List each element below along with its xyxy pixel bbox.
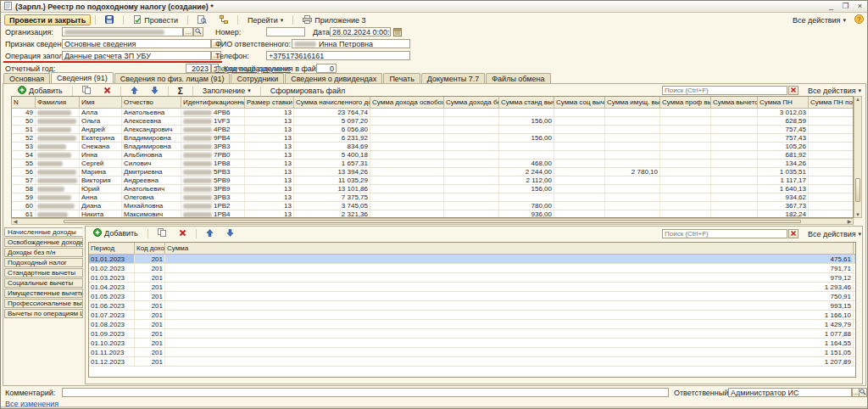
generate-file-button[interactable]: Сформировать файл <box>265 86 351 97</box>
restore-button[interactable]: ❐ <box>840 2 851 11</box>
main-delete-button[interactable] <box>98 86 116 97</box>
column-header[interactable]: Период <box>89 243 135 254</box>
responsible-fio-field[interactable]: Инна Петровна <box>292 39 410 48</box>
table-row[interactable]: 59АннаОлеговна3PB3137 375,75934,62 <box>12 193 853 202</box>
main-add-button[interactable]: Добавить <box>13 86 68 97</box>
phone-field[interactable]: +375173616161 <box>266 51 410 60</box>
main-search-clear-button[interactable] <box>788 86 798 95</box>
responsible-field[interactable]: Администратор ИС <box>728 388 852 397</box>
section-button-8[interactable]: Вычеты по операциям ЦБ <box>4 309 83 318</box>
tab-1[interactable]: Сведения (91) <box>51 72 114 83</box>
main-hscrollbar[interactable]: ◀ ▶ <box>11 218 854 225</box>
section-button-2[interactable]: Доходы без п/н <box>4 248 83 257</box>
income-delete-button[interactable] <box>174 228 192 239</box>
info-kind-field[interactable]: Основные сведения <box>62 39 211 48</box>
income-add-button[interactable]: Добавить <box>88 228 143 239</box>
column-header[interactable]: Сумма имущ. вычетов <box>605 97 660 108</box>
table-row[interactable]: 61НикитаМаксимович1PB4132 321,36936,0018… <box>12 210 853 218</box>
income-row[interactable]: 01.04.20232011 293,46 <box>89 283 855 292</box>
responsible-open-button[interactable] <box>859 388 867 397</box>
scroll-thumb[interactable] <box>64 220 801 223</box>
employees-grid[interactable]: NФамилияИмяОтчествоИдентификационный ном… <box>11 96 854 218</box>
column-header[interactable]: Сумма начисленного дохода <box>294 97 370 108</box>
fill-operation-field[interactable]: Данные расчета ЗП УБУ <box>62 51 211 60</box>
table-row[interactable]: 49АллаАнатольевна4PB61323 764,743 012,03 <box>12 109 853 117</box>
column-header[interactable]: Отчество <box>122 97 181 108</box>
main-search-input[interactable] <box>665 87 785 94</box>
scroll-left-icon[interactable]: ◀ <box>12 219 19 224</box>
income-move-down-button[interactable] <box>221 228 239 239</box>
column-header[interactable]: Сумма дохода без ПН <box>444 97 499 108</box>
close-button[interactable]: × <box>854 2 865 11</box>
income-row[interactable]: 01.11.20232011 151,05 <box>89 348 855 357</box>
table-row[interactable]: 52ЕкатеринаВладимировна9PB4136 231,92156… <box>12 134 853 143</box>
section-button-3[interactable]: Подоходный налог <box>4 258 83 267</box>
section-button-0[interactable]: Начисленные доходы <box>4 227 83 237</box>
income-grid[interactable]: ПериодКод доходаСумма01.01.2023201475,61… <box>88 242 856 378</box>
table-row[interactable]: 50ОльгаАлексеевна1VF3135 097,20156,00628… <box>12 117 853 126</box>
main-copy-button[interactable] <box>77 86 96 97</box>
post-button[interactable]: Провести <box>128 14 183 25</box>
table-row[interactable]: 54ИннаАльбиновна7PB0135 400,18681,92 <box>12 151 853 160</box>
main-move-up-button[interactable] <box>125 86 143 97</box>
tab-5[interactable]: Печать <box>383 73 420 83</box>
column-header[interactable]: Сумма станд вычетов <box>499 97 554 108</box>
tab-3[interactable]: Сотрудники <box>231 73 284 83</box>
column-header[interactable]: Размер ставки ПН <box>245 97 294 108</box>
table-row[interactable]: 51АндрейАлександрович4PB2136 056,80757,4… <box>12 126 853 134</box>
date-field[interactable]: 28.02.2024 0:00:00 <box>330 27 391 36</box>
main-sum-button[interactable]: Σ <box>173 86 188 97</box>
section-button-1[interactable]: Освобожденные доходы <box>4 238 83 247</box>
income-search-input[interactable] <box>665 230 785 238</box>
number-field[interactable] <box>266 27 305 36</box>
save-button[interactable] <box>100 14 119 25</box>
tab-2[interactable]: Сведения по физ. лицам (91) <box>114 73 231 83</box>
table-row[interactable]: 53СнежанаВладимировна3PB313834,69105,26 <box>12 143 853 151</box>
main-search-box[interactable] <box>662 86 787 95</box>
income-row[interactable]: 01.03.2023201979,12 <box>89 273 855 283</box>
income-copy-button[interactable] <box>153 228 171 239</box>
section-button-6[interactable]: Имущественные вычеты <box>4 289 83 298</box>
calendar-icon[interactable] <box>393 27 402 38</box>
main-all-actions-button[interactable]: Все действия▾ <box>803 85 866 96</box>
income-search-clear-button[interactable] <box>788 229 798 238</box>
income-search-box[interactable] <box>662 229 787 238</box>
column-header[interactable]: Сумма дохода освобождаем.. <box>370 97 444 108</box>
tab-4[interactable]: Сведения о дивидендах <box>285 73 382 83</box>
section-button-7[interactable]: Профессиональные вычеты <box>4 299 83 308</box>
income-row[interactable]: 01.05.2023201750,91 <box>89 292 855 301</box>
organization-ellipsis-button[interactable]: … <box>183 27 193 36</box>
related-documents-button[interactable] <box>214 14 233 25</box>
find-in-list-button[interactable] <box>192 14 212 25</box>
income-row[interactable]: 01.12.20232011 207,89 <box>89 357 855 367</box>
scroll-up-icon[interactable]: ▲ <box>854 97 861 102</box>
scroll-thumb[interactable] <box>855 178 860 202</box>
section-button-5[interactable]: Социальные вычеты <box>4 278 83 288</box>
minimize-button[interactable]: _ <box>826 2 837 11</box>
column-header[interactable]: Сумма проф вычетов <box>660 97 711 108</box>
column-header[interactable]: Фамилия <box>36 97 80 108</box>
tab-6[interactable]: Документы 7.7 <box>421 73 485 83</box>
scroll-down-icon[interactable]: ▼ <box>854 212 861 217</box>
table-row[interactable]: 57ВикторияАндреевна5PB91311 035,292 112,… <box>12 176 853 185</box>
scroll-right-icon[interactable]: ▶ <box>846 219 853 224</box>
section-button-4[interactable]: Стандартные вычеты <box>4 268 83 277</box>
post-and-close-button[interactable]: Провести и закрыть <box>4 14 91 25</box>
income-row[interactable]: 01.09.20232011 077,88 <box>89 329 855 339</box>
organization-open-button[interactable] <box>193 27 203 36</box>
column-header[interactable]: Код дохода <box>135 243 165 254</box>
column-header[interactable]: Сумма <box>165 243 854 254</box>
tab-0[interactable]: Основная <box>3 73 50 83</box>
help-icon[interactable]: ? <box>854 14 864 25</box>
income-all-actions-button[interactable]: Все действия▾ <box>803 228 866 239</box>
attachment3-button[interactable]: Приложение 3 <box>298 14 370 25</box>
column-header[interactable]: Сумма вычетов ЦБ <box>711 97 758 108</box>
organization-field[interactable] <box>62 27 183 36</box>
income-row[interactable]: 01.02.2023201791,71 <box>89 264 855 273</box>
income-row[interactable]: 01.10.20232011 164,55 <box>89 339 855 348</box>
table-row[interactable]: 58ЮрийАнатольевич3PB91313 101,86156,001 … <box>12 185 853 193</box>
income-row[interactable]: 01.06.2023201993,15 <box>89 301 855 311</box>
column-header[interactable]: N <box>12 97 36 108</box>
income-row[interactable]: 01.08.20232011 429,79 <box>89 320 855 329</box>
fill-menu-button[interactable]: Заполнение▾ <box>198 86 256 97</box>
